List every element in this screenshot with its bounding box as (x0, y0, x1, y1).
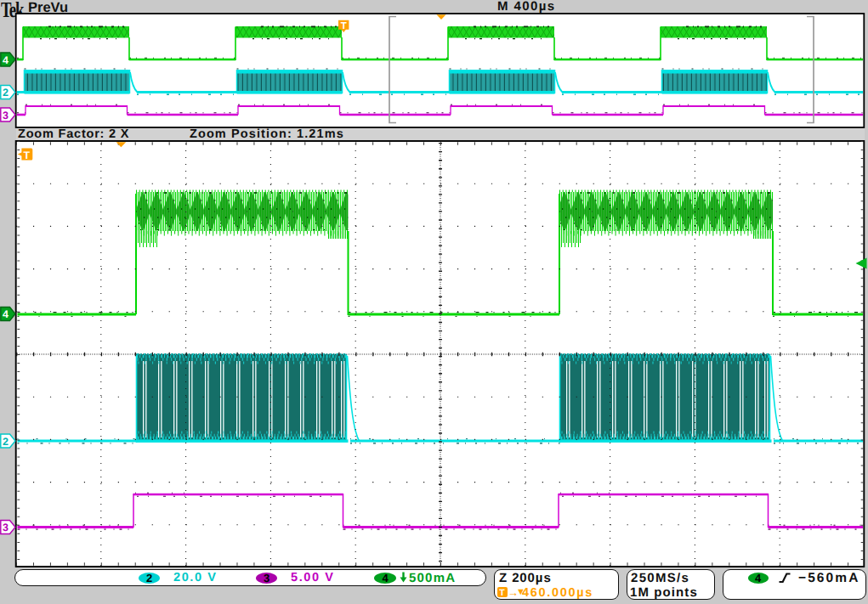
svg-text:T: T (24, 150, 31, 161)
svg-text:2: 2 (3, 87, 9, 99)
svg-text:T: T (341, 21, 347, 31)
svg-text:4: 4 (3, 308, 9, 320)
svg-text:4: 4 (3, 54, 9, 66)
svg-text:3: 3 (3, 522, 9, 533)
svg-text:2: 2 (3, 436, 9, 448)
svg-text:3: 3 (3, 110, 9, 121)
